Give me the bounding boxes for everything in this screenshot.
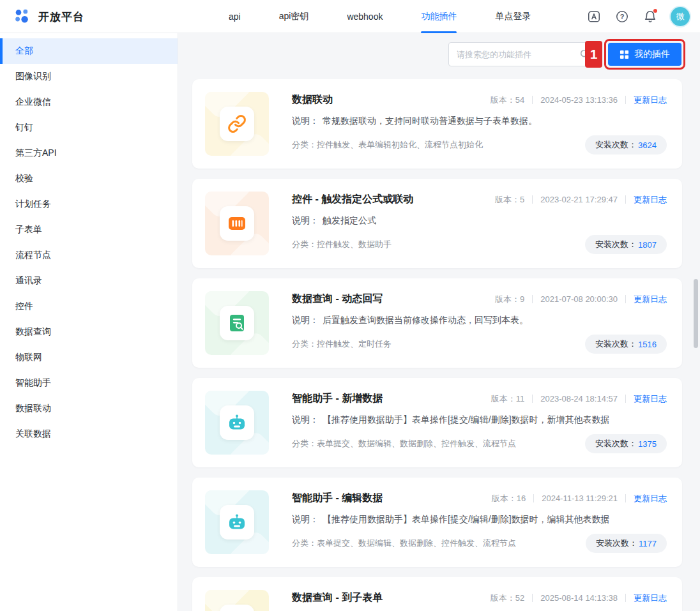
plugin-meta: 版本：54 2024-05-23 13:13:36 更新日志 xyxy=(491,94,667,106)
installs-badge: 安装次数：3624 xyxy=(585,135,667,155)
divider xyxy=(532,195,533,204)
changelog-link[interactable]: 更新日志 xyxy=(634,592,667,604)
changelog-link[interactable]: 更新日志 xyxy=(634,94,667,106)
sidebar-item-widgets[interactable]: 控件 xyxy=(0,294,178,319)
plugin-card[interactable]: 智能助手 - 编辑数据 版本：16 2024-11-13 11:29:21 更新… xyxy=(192,478,682,567)
category-label: 分类： xyxy=(292,239,317,249)
plugin-categories: 分类：控件触发、表单编辑初始化、流程节点初始化 xyxy=(292,139,483,151)
desc-text: 后置触发查询数据当前修改操作动态，回写到本表。 xyxy=(323,315,528,325)
installs-badge: 安装次数：1807 xyxy=(585,235,667,254)
notification-bell-icon[interactable] xyxy=(643,9,658,24)
plugin-meta: 版本：52 2025-08-14 14:13:38 更新日志 xyxy=(491,592,667,604)
plugin-icon-tile xyxy=(205,590,269,611)
sidebar-item-dingtalk[interactable]: 钉钉 xyxy=(0,115,178,140)
plugin-card[interactable]: 控件 - 触发指定公式或联动 版本：5 2023-02-21 17:29:47 … xyxy=(192,179,682,268)
updated-at: 2025-08-14 14:13:38 xyxy=(540,593,618,603)
desc-text: 常规数据联动，支持同时联动普通数据与子表单数据。 xyxy=(323,116,537,126)
plugin-title: 智能助手 - 编辑数据 xyxy=(292,492,383,505)
category-label: 分类： xyxy=(292,538,317,548)
category-label: 分类： xyxy=(292,140,317,149)
desc-text: 【推荐使用数据助手】表单操作[提交/编辑/删除]数据时，编辑其他表数据 xyxy=(323,514,610,524)
help-icon[interactable]: ? xyxy=(614,9,630,24)
divider xyxy=(532,395,533,403)
installs-label: 安装次数： xyxy=(595,239,637,250)
version-value: 52 xyxy=(515,593,524,603)
desc-text: 【推荐使用数据助手】表单操作[提交/编辑/删除]数据时，新增其他表数据 xyxy=(323,414,610,425)
sidebar-item-scheduled-tasks[interactable]: 计划任务 xyxy=(0,192,178,217)
changelog-link[interactable]: 更新日志 xyxy=(634,393,667,405)
annotation-badge: 1 xyxy=(585,41,602,68)
nav-plugins[interactable]: 功能插件 xyxy=(421,0,457,33)
installs-badge: 安装次数：1375 xyxy=(585,434,667,453)
sidebar-item-contacts[interactable]: 通讯录 xyxy=(0,268,178,294)
sidebar-item-subform[interactable]: 子表单 xyxy=(0,217,178,243)
plugin-meta: 版本：5 2023-02-21 17:29:47 更新日志 xyxy=(495,194,667,206)
changelog-link[interactable]: 更新日志 xyxy=(634,194,667,206)
sidebar-item-label: 数据查询 xyxy=(15,326,51,338)
search-input[interactable] xyxy=(448,42,597,66)
plugin-card[interactable]: 智能助手 - 新增数据 版本：11 2023-08-24 18:14:57 更新… xyxy=(192,378,682,467)
sidebar-item-wecom[interactable]: 企业微信 xyxy=(0,89,178,115)
toolbar: 1 我的插件 xyxy=(448,39,685,70)
desc-label: 说明： xyxy=(292,116,319,126)
plugin-categories: 分类：表单提交、数据编辑、数据删除、控件触发、流程节点 xyxy=(292,438,516,449)
brand: 开放平台 xyxy=(14,0,84,33)
desc-label: 说明： xyxy=(292,315,319,325)
sidebar-item-validation[interactable]: 校验 xyxy=(0,166,178,192)
avatar[interactable]: 微 xyxy=(671,7,690,26)
svg-text:?: ? xyxy=(620,13,625,20)
my-plugins-label: 我的插件 xyxy=(634,49,670,60)
sidebar-item-label: 流程节点 xyxy=(15,250,51,261)
scrollbar-thumb[interactable] xyxy=(694,279,698,348)
changelog-link[interactable]: 更新日志 xyxy=(634,294,667,305)
category-text: 表单提交、数据编辑、数据删除、控件触发、流程节点 xyxy=(317,439,516,448)
divider xyxy=(625,96,626,104)
barcode-icon xyxy=(220,206,254,241)
annotation-highlight: 我的插件 xyxy=(604,39,685,70)
translate-icon[interactable] xyxy=(586,9,602,24)
my-plugins-button[interactable]: 我的插件 xyxy=(608,43,681,66)
nav-sso[interactable]: 单点登录 xyxy=(495,0,531,33)
plugin-desc: 说明：【推荐使用数据助手】表单操作[提交/编辑/删除]数据时，新增其他表数据 xyxy=(292,414,667,426)
search-wrap xyxy=(448,42,597,66)
updated-at: 2021-07-08 20:00:30 xyxy=(540,294,618,304)
version-label: 版本：16 xyxy=(492,493,526,504)
installs-count: 1375 xyxy=(638,439,657,449)
version-label: 版本：52 xyxy=(491,592,524,604)
plugin-icon-tile xyxy=(205,92,269,156)
desc-label: 说明： xyxy=(292,514,319,524)
sidebar-item-data-linkage[interactable]: 数据联动 xyxy=(0,396,178,421)
installs-label: 安装次数： xyxy=(595,438,637,449)
grid-icon xyxy=(620,50,629,59)
divider xyxy=(532,96,533,104)
divider xyxy=(625,395,626,403)
sidebar-item-iot[interactable]: 物联网 xyxy=(0,345,178,370)
plugin-title: 数据查询 - 动态回写 xyxy=(292,292,383,306)
installs-count: 1516 xyxy=(638,340,657,349)
plugin-card[interactable]: 数据联动 版本：54 2024-05-23 13:13:36 更新日志 说明：常… xyxy=(192,79,682,169)
sidebar-item-linked-data[interactable]: 关联数据 xyxy=(0,421,178,447)
nav-api-key[interactable]: api密钥 xyxy=(279,0,309,33)
nav-webhook[interactable]: webhook xyxy=(347,0,383,33)
changelog-link[interactable]: 更新日志 xyxy=(634,493,667,504)
updated-at: 2023-08-24 18:14:57 xyxy=(540,394,618,404)
sidebar-item-label: 钉钉 xyxy=(15,122,33,133)
plugin-icon-tile xyxy=(205,391,269,455)
sidebar-item-image-recognition[interactable]: 图像识别 xyxy=(0,64,178,89)
plugin-card[interactable]: 数据查询 - 动态回写 版本：9 2021-07-08 20:00:30 更新日… xyxy=(192,278,682,368)
updated-at: 2024-05-23 13:13:36 xyxy=(540,95,618,105)
app-logo-icon xyxy=(14,8,31,25)
sidebar-item-third-party-api[interactable]: 第三方API xyxy=(0,140,178,166)
plugin-categories: 分类：表单提交、数据编辑、数据删除、控件触发、流程节点 xyxy=(292,538,516,549)
category-text: 控件触发、定时任务 xyxy=(317,339,392,349)
sidebar-item-data-query[interactable]: 数据查询 xyxy=(0,319,178,345)
sidebar-item-label: 通讯录 xyxy=(15,275,42,287)
category-label: 分类： xyxy=(292,339,317,349)
sidebar-item-all[interactable]: 全部 xyxy=(0,38,178,64)
sidebar-item-smart-assistant[interactable]: 智能助手 xyxy=(0,370,178,396)
category-text: 控件触发、表单编辑初始化、流程节点初始化 xyxy=(317,140,483,149)
plugin-card[interactable]: 数据查询 - 到子表单 版本：52 2025-08-14 14:13:38 更新… xyxy=(192,577,682,611)
plugin-desc: 说明：后置触发查询数据当前修改操作动态，回写到本表。 xyxy=(292,315,667,326)
sidebar-item-workflow-node[interactable]: 流程节点 xyxy=(0,243,178,268)
nav-api[interactable]: api xyxy=(229,0,241,33)
